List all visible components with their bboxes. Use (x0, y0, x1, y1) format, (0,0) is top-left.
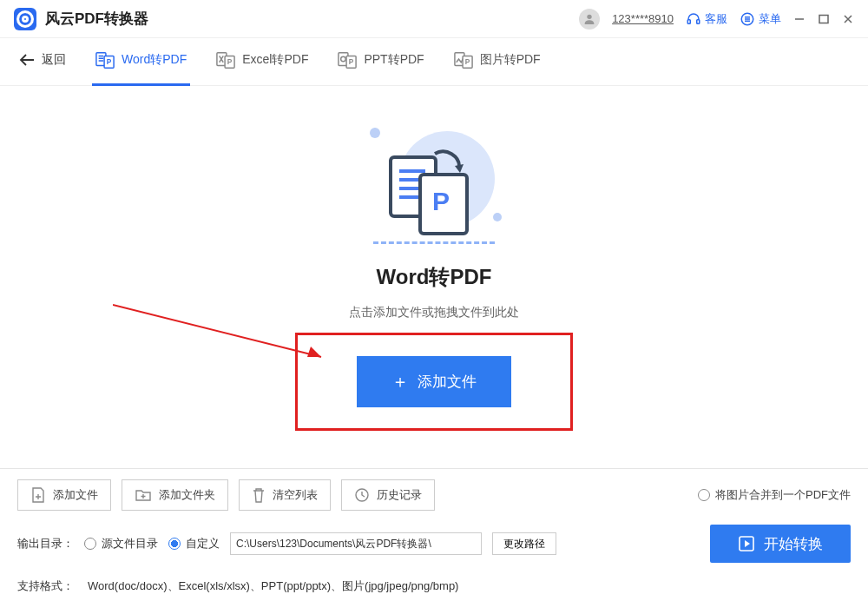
toolbar-clear-list[interactable]: 清空列表 (239, 479, 331, 511)
svg-rect-4 (819, 15, 828, 23)
image-icon: P (454, 50, 473, 69)
formats-value: Word(doc/docx)、Excel(xls/xlsx)、PPT(ppt/p… (88, 578, 458, 594)
tab-label: Excel转PDF (242, 52, 308, 68)
tab-excel-to-pdf[interactable]: P Excel转PDF (216, 50, 308, 85)
avatar-icon[interactable] (579, 9, 600, 30)
toolbar-add-folder[interactable]: 添加文件夹 (122, 479, 228, 511)
play-icon (738, 535, 755, 552)
menu-label: 菜单 (759, 11, 781, 27)
radio-source-label: 源文件目录 (102, 536, 158, 551)
svg-point-12 (341, 56, 346, 62)
toolbar-history-label: 历史记录 (377, 487, 422, 503)
close-button[interactable] (842, 13, 854, 25)
clock-icon (354, 487, 370, 503)
svg-text:P: P (227, 59, 233, 67)
excel-icon: P (216, 50, 235, 69)
radio-icon (698, 489, 710, 501)
app-logo-icon (14, 8, 36, 30)
convert-arrow-icon (431, 149, 465, 175)
svg-text:P: P (465, 59, 470, 67)
radio-custom-label: 自定义 (186, 536, 220, 551)
annotation-highlight: ＋ 添加文件 (295, 333, 573, 431)
plus-icon: ＋ (391, 370, 409, 393)
change-path-button[interactable]: 更改路径 (492, 532, 556, 555)
app-title: 风云PDF转换器 (45, 9, 148, 29)
arrow-left-icon (19, 54, 35, 66)
toolbar-history[interactable]: 历史记录 (341, 479, 435, 511)
svg-line-18 (113, 305, 321, 357)
tabs-bar: 返回 P Word转PDF P Excel转PDF P PPT转PDF P 图片… (0, 38, 868, 86)
support-label: 客服 (705, 11, 727, 27)
start-convert-button[interactable]: 开始转换 (710, 525, 851, 563)
output-path-input[interactable] (230, 532, 482, 555)
minimize-button[interactable] (793, 13, 806, 25)
folder-plus-icon (135, 487, 152, 503)
title-bar: 风云PDF转换器 123****8910 客服 菜单 (0, 0, 868, 38)
tab-ppt-to-pdf[interactable]: P PPT转PDF (338, 50, 424, 85)
bottom-panel: 添加文件 添加文件夹 清空列表 历史记录 将图片合并到一个PDF文件 输出目录：… (0, 468, 868, 601)
merge-label: 将图片合并到一个PDF文件 (715, 487, 851, 503)
maximize-button[interactable] (818, 13, 830, 25)
radio-icon (84, 538, 96, 550)
toolbar-add-file-label: 添加文件 (53, 487, 98, 503)
tab-label: PPT转PDF (364, 52, 424, 68)
radio-custom-dir[interactable]: 自定义 (168, 536, 220, 551)
toolbar-add-folder-label: 添加文件夹 (159, 487, 215, 503)
file-plus-icon (30, 486, 46, 504)
radio-icon (168, 538, 181, 550)
tab-word-to-pdf[interactable]: P Word转PDF (95, 50, 187, 85)
support-button[interactable]: 客服 (686, 11, 727, 27)
back-label: 返回 (42, 52, 66, 68)
tab-label: Word转PDF (122, 52, 187, 68)
svg-text:P: P (107, 59, 112, 67)
start-convert-label: 开始转换 (764, 534, 823, 554)
word-icon: P (95, 50, 115, 69)
tab-image-to-pdf[interactable]: P 图片转PDF (454, 50, 541, 85)
toolbar-add-file[interactable]: 添加文件 (17, 479, 111, 511)
svg-rect-1 (687, 19, 690, 23)
svg-text:P: P (349, 59, 354, 67)
trash-icon (252, 486, 266, 504)
back-button[interactable]: 返回 (19, 52, 66, 83)
toolbar-clear-label: 清空列表 (273, 487, 318, 503)
tab-label: 图片转PDF (480, 52, 541, 68)
page-subheading: 点击添加文件或拖拽文件到此处 (349, 305, 519, 320)
menu-button[interactable]: 菜单 (740, 11, 781, 27)
svg-point-0 (587, 14, 591, 18)
radio-source-dir[interactable]: 源文件目录 (84, 536, 158, 551)
headset-icon (686, 11, 701, 27)
menu-icon (740, 11, 755, 27)
illustration (365, 124, 503, 246)
output-dir-label: 输出目录： (17, 536, 74, 551)
add-file-button[interactable]: ＋ 添加文件 (357, 356, 511, 407)
page-heading: Word转PDF (377, 263, 492, 291)
add-file-label: 添加文件 (418, 372, 477, 392)
user-id[interactable]: 123****8910 (612, 12, 674, 25)
svg-rect-2 (697, 19, 700, 23)
main-area: Word转PDF 点击添加文件或拖拽文件到此处 ＋ 添加文件 (0, 86, 868, 468)
merge-option[interactable]: 将图片合并到一个PDF文件 (698, 487, 851, 503)
ppt-icon: P (338, 50, 357, 69)
formats-label: 支持格式： (17, 578, 74, 594)
